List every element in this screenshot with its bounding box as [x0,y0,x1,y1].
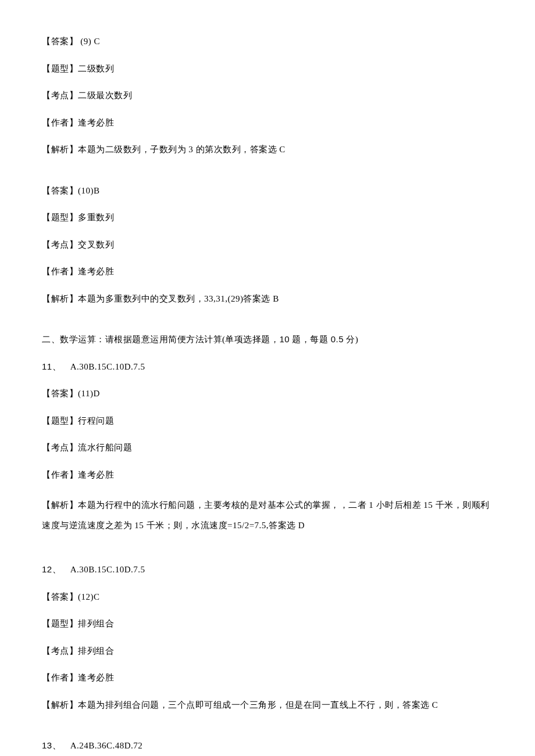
q10-answer: 【答案】(10)B [42,184,493,198]
section-heading-end: 分) [344,335,358,344]
q10-analysis: 【解析】本题为多重数列中的交叉数列，33,31,(29)答案选 B [42,292,493,306]
q10-point: 【考点】交叉数列 [42,238,493,252]
q9-point: 【考点】二级最次数列 [42,89,493,102]
q11-stem: 11、 A.30B.15C.10D.7.5 [42,360,493,374]
q12-type: 【题型】排列组合 [42,617,493,630]
section-heading-count: 10 [280,334,290,344]
q12-stem: 12、 A.30B.15C.10D.7.5 [42,563,493,576]
q13-options: A.24B.36C.48D.72 [70,741,143,750]
q11-type: 【题型】行程问题 [42,414,493,428]
section-heading-score: 0.5 [331,334,344,344]
q12-author: 【作者】逢考必胜 [42,671,493,685]
q13-stem: 13、 A.24B.36C.48D.72 [42,739,493,753]
q12-analysis: 【解析】本题为排列组合问题，三个点即可组成一个三角形，但是在同一直线上不行，则，… [42,698,493,712]
q9-analysis: 【解析】本题为二级数列，子数列为 3 的第次数列，答案选 C [42,143,493,156]
section-heading-post: 题，每题 [290,335,331,344]
q9-type: 【题型】二级数列 [42,62,493,76]
gap [42,319,493,333]
q12-options: A.30B.15C.10D.7.5 [70,565,145,574]
q12-answer: 【答案】(12)C [42,590,493,604]
q11-sep: 、 [52,362,70,371]
gap [42,170,493,184]
q9-author: 【作者】逢考必胜 [42,116,493,130]
q11-analysis: 【解析】本题为行程中的流水行船问题，主要考核的是对基本公式的掌握，，二者 1 小… [42,495,493,535]
q11-point: 【考点】流水行船问题 [42,441,493,454]
gap [42,549,493,563]
section-2-heading: 二、数学运算：请根据题意运用简便方法计算(单项选择题，10 题，每题 0.5 分… [42,333,493,346]
section-heading-pre: 二、数学运算：请根据题意运用简便方法计算(单项选择题， [42,335,280,344]
q11-number: 11 [42,361,52,371]
q9-answer: 【答案】 (9) C [42,35,493,48]
q12-point: 【考点】排列组合 [42,644,493,658]
q11-options: A.30B.15C.10D.7.5 [70,362,145,371]
q13-sep: 、 [52,741,70,750]
q10-author: 【作者】逢考必胜 [42,265,493,278]
q12-number: 12 [42,564,52,574]
q11-author: 【作者】逢考必胜 [42,468,493,482]
q12-sep: 、 [52,565,70,574]
q10-type: 【题型】多重数列 [42,211,493,224]
q11-answer: 【答案】(11)D [42,387,493,400]
gap [42,725,493,739]
q13-number: 13 [42,740,52,750]
document-page: 【答案】 (9) C 【题型】二级数列 【考点】二级最次数列 【作者】逢考必胜 … [0,0,535,756]
